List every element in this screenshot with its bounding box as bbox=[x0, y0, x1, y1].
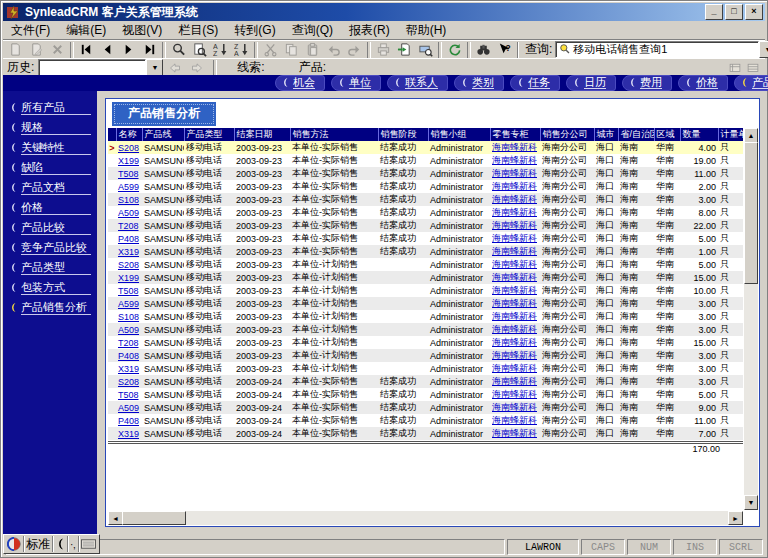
close-button[interactable]: × bbox=[745, 4, 763, 20]
copy-button[interactable] bbox=[281, 41, 302, 59]
sidebar-item-包装方式[interactable]: 包装方式 bbox=[7, 280, 93, 296]
horizontal-scroll-thumb[interactable] bbox=[122, 511, 186, 525]
cell-零售专柜[interactable]: 海南蜂新科 bbox=[490, 167, 540, 180]
column-header-销售阶段[interactable]: 销售阶段 bbox=[378, 128, 428, 141]
column-header-零售专柜[interactable]: 零售专柜 bbox=[490, 128, 540, 141]
tab-产品[interactable]: 产品 bbox=[734, 75, 768, 91]
column-header-计量单位[interactable]: 计量单位 bbox=[718, 128, 743, 141]
vertical-scroll-thumb[interactable] bbox=[744, 142, 758, 284]
cell-名称[interactable]: S208 bbox=[116, 141, 142, 154]
find-button[interactable] bbox=[473, 41, 494, 59]
history-value[interactable] bbox=[38, 59, 146, 76]
paste-button[interactable] bbox=[302, 41, 323, 59]
punctuation-icon[interactable]: ·‚ bbox=[68, 536, 79, 552]
undo-button[interactable] bbox=[323, 41, 344, 59]
sort-descending-button[interactable]: ZA bbox=[231, 41, 252, 59]
vertical-scrollbar[interactable]: ▲ ▼ bbox=[744, 128, 758, 510]
menu-item-7[interactable]: 帮助(H) bbox=[398, 21, 455, 40]
tab-联系人[interactable]: 联系人 bbox=[387, 75, 448, 91]
cell-零售专柜[interactable]: 海南蜂新科 bbox=[490, 349, 540, 362]
sidebar-item-缺陷[interactable]: 缺陷 bbox=[7, 160, 93, 176]
menu-item-1[interactable]: 编辑(E) bbox=[58, 21, 114, 40]
print-button[interactable] bbox=[373, 41, 394, 59]
table-row[interactable]: X199SAMSUNG移动电话2003-09-23本单位-实际销售结案成功Adm… bbox=[108, 154, 743, 167]
scroll-up-icon[interactable]: ▲ bbox=[744, 128, 758, 143]
cell-零售专柜[interactable]: 海南蜂新科 bbox=[490, 245, 540, 258]
keyboard-icon[interactable] bbox=[79, 536, 98, 552]
column-header-名称[interactable]: 名称 bbox=[116, 128, 142, 141]
cell-零售专柜[interactable]: 海南蜂新科 bbox=[490, 284, 540, 297]
menu-item-2[interactable]: 视图(V) bbox=[114, 21, 170, 40]
cell-名称[interactable]: S108 bbox=[116, 193, 142, 206]
cell-名称[interactable]: S208 bbox=[116, 375, 142, 388]
tab-价格[interactable]: 价格 bbox=[678, 75, 728, 91]
menu-item-5[interactable]: 查询(Q) bbox=[284, 21, 341, 40]
table-row[interactable]: >S208SAMSUNG移动电话2003-09-23本单位-实际销售结案成功Ad… bbox=[108, 141, 743, 154]
sidebar-item-所有产品[interactable]: 所有产品 bbox=[7, 100, 93, 116]
table-row[interactable]: T208SAMSUNG移动电话2003-09-23本单位-实际销售结案成功Adm… bbox=[108, 219, 743, 232]
table-row[interactable]: X199SAMSUNG移动电话2003-09-23本单位-计划销售Adminis… bbox=[108, 271, 743, 284]
query-combo[interactable]: 移动电话销售查询1 ▼ bbox=[555, 41, 768, 58]
print-preview-button[interactable] bbox=[415, 41, 436, 59]
cell-名称[interactable]: T208 bbox=[116, 219, 142, 232]
tab-日历[interactable]: 日历 bbox=[566, 75, 616, 91]
new-record-button[interactable] bbox=[5, 41, 26, 59]
tab-类别[interactable]: 类别 bbox=[454, 75, 504, 91]
search-button[interactable] bbox=[168, 41, 189, 59]
cell-名称[interactable]: X319 bbox=[116, 427, 142, 440]
tab-费用[interactable]: 费用 bbox=[622, 75, 672, 91]
cut-button[interactable] bbox=[260, 41, 281, 59]
table-row[interactable]: A509SAMSUNG移动电话2003-09-23本单位-计划销售Adminis… bbox=[108, 323, 743, 336]
horizontal-scrollbar[interactable]: ◄ ► bbox=[108, 511, 743, 525]
table-row[interactable]: X319SAMSUNG移动电话2003-09-23本单位-计划销售Adminis… bbox=[108, 362, 743, 375]
cell-零售专柜[interactable]: 海南蜂新科 bbox=[490, 297, 540, 310]
table-row[interactable]: A509SAMSUNG移动电话2003-09-23本单位-实际销售结案成功Adm… bbox=[108, 206, 743, 219]
history-dropdown-button[interactable]: ▼ bbox=[146, 59, 163, 76]
sidebar-item-产品比较[interactable]: 产品比较 bbox=[7, 220, 93, 236]
menu-item-4[interactable]: 转到(G) bbox=[226, 21, 283, 40]
sidebar-item-竞争产品比较[interactable]: 竞争产品比较 bbox=[7, 240, 93, 256]
next-record-button[interactable] bbox=[118, 41, 139, 59]
refresh-button[interactable] bbox=[444, 41, 465, 59]
cell-零售专柜[interactable]: 海南蜂新科 bbox=[490, 375, 540, 388]
menu-item-3[interactable]: 栏目(S) bbox=[170, 21, 226, 40]
cell-零售专柜[interactable]: 海南蜂新科 bbox=[490, 258, 540, 271]
column-header-区域[interactable]: 区域 bbox=[654, 128, 680, 141]
sidebar-item-价格[interactable]: 价格 bbox=[7, 200, 93, 216]
crescent-icon[interactable] bbox=[53, 536, 68, 552]
cell-零售专柜[interactable]: 海南蜂新科 bbox=[490, 180, 540, 193]
edit-record-button[interactable] bbox=[26, 41, 47, 59]
cell-零售专柜[interactable]: 海南蜂新科 bbox=[490, 271, 540, 284]
search-zoom-button[interactable] bbox=[189, 41, 210, 59]
table-row[interactable]: S108SAMSUNG移动电话2003-09-23本单位-实际销售结案成功Adm… bbox=[108, 193, 743, 206]
scroll-left-icon[interactable]: ◄ bbox=[108, 511, 123, 525]
cell-零售专柜[interactable]: 海南蜂新科 bbox=[490, 154, 540, 167]
cell-零售专柜[interactable]: 海南蜂新科 bbox=[490, 219, 540, 232]
table-row[interactable]: S108SAMSUNG移动电话2003-09-23本单位-计划销售Adminis… bbox=[108, 310, 743, 323]
table-row[interactable]: A599SAMSUNG移动电话2003-09-23本单位-计划销售Adminis… bbox=[108, 297, 743, 310]
column-header-省/自治区[interactable]: 省/自治区 bbox=[618, 128, 654, 141]
sidebar-item-产品文档[interactable]: 产品文档 bbox=[7, 180, 93, 196]
cell-名称[interactable]: X199 bbox=[116, 271, 142, 284]
cell-名称[interactable]: S108 bbox=[116, 310, 142, 323]
table-row[interactable]: X319SAMSUNG移动电话2003-09-23本单位-实际销售结案成功Adm… bbox=[108, 245, 743, 258]
cell-零售专柜[interactable]: 海南蜂新科 bbox=[490, 323, 540, 336]
table-row[interactable]: X319SAMSUNG移动电话2003-09-24本单位-实际销售结案成功Adm… bbox=[108, 427, 743, 440]
cell-名称[interactable]: S208 bbox=[116, 258, 142, 271]
cell-零售专柜[interactable]: 海南蜂新科 bbox=[490, 141, 540, 154]
context-help-button[interactable]: ? bbox=[494, 41, 515, 59]
table-row[interactable]: T508SAMSUNG移动电话2003-09-23本单位-计划销售Adminis… bbox=[108, 284, 743, 297]
tab-任务[interactable]: 任务 bbox=[510, 75, 560, 91]
cell-名称[interactable]: A509 bbox=[116, 206, 142, 219]
cell-零售专柜[interactable]: 海南蜂新科 bbox=[490, 206, 540, 219]
cell-名称[interactable]: A599 bbox=[116, 180, 142, 193]
cell-零售专柜[interactable]: 海南蜂新科 bbox=[490, 310, 540, 323]
cell-名称[interactable]: X319 bbox=[116, 245, 142, 258]
sort-ascending-button[interactable]: AZ bbox=[210, 41, 231, 59]
menu-item-6[interactable]: 报表(R) bbox=[341, 21, 398, 40]
tab-单位[interactable]: 单位 bbox=[331, 75, 381, 91]
cell-名称[interactable]: T508 bbox=[116, 284, 142, 297]
cell-零售专柜[interactable]: 海南蜂新科 bbox=[490, 336, 540, 349]
sidebar-item-规格[interactable]: 规格 bbox=[7, 120, 93, 136]
table-row[interactable]: A509SAMSUNG移动电话2003-09-24本单位-实际销售结案成功Adm… bbox=[108, 401, 743, 414]
